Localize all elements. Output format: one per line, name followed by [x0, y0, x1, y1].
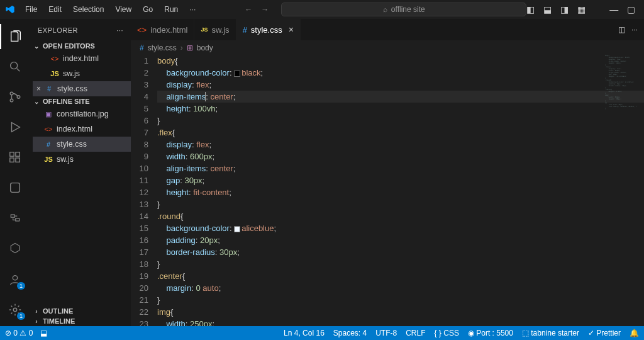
activity-source-control-icon[interactable] [0, 84, 30, 110]
js-file-icon: JS [44, 155, 53, 164]
tab-label: style.css [251, 25, 282, 35]
breadcrumb-symbol: body [197, 43, 213, 52]
settings-badge: 1 [17, 312, 25, 320]
menu-item-edit[interactable]: Edit [43, 3, 67, 16]
code-editor[interactable]: 1234567891011121314151617181920212223242… [131, 55, 644, 326]
chevron-right-icon: › [33, 308, 40, 315]
html-file-icon: <> [50, 54, 59, 63]
svg-rect-7 [16, 152, 19, 156]
html-file-icon: <> [44, 125, 53, 133]
editor-tab[interactable]: #style.css× [236, 19, 301, 40]
breadcrumb[interactable]: # style.css › ⊞ body [131, 41, 644, 55]
activity-db-icon[interactable] [0, 235, 30, 261]
workspace-label: OFFLINE SITE [43, 98, 90, 105]
status-item[interactable]: Spaces: 4 [333, 329, 367, 337]
svg-point-11 [13, 276, 17, 280]
status-item[interactable]: ⬚ tabnine starter [522, 329, 579, 337]
css-file-icon: # [45, 84, 53, 93]
menu-item-selection[interactable]: Selection [68, 3, 109, 16]
close-icon[interactable]: × [36, 82, 41, 95]
activity-remote-icon[interactable] [0, 205, 30, 230]
status-item[interactable]: 🔔 [630, 329, 639, 337]
chevron-down-icon: ⌄ [33, 98, 40, 105]
command-center-search[interactable]: ⌕ offline site [281, 3, 526, 16]
window-maximize-icon[interactable]: ▢ [627, 4, 635, 14]
workspace-section[interactable]: ⌄ OFFLINE SITE [30, 96, 131, 106]
line-number-gutter: 1234567891011121314151617181920212223242… [131, 55, 157, 326]
file-tree-item[interactable]: ▣constilation.jpg [33, 106, 131, 122]
breadcrumb-separator-icon: › [180, 43, 183, 52]
layout-left-icon[interactable]: ◧ [526, 4, 535, 14]
chevron-down-icon: ⌄ [33, 43, 40, 50]
file-tree-item[interactable]: <>index.html [33, 122, 131, 137]
window-minimize-icon[interactable]: ― [609, 4, 618, 14]
open-editor-item[interactable]: <>index.html [33, 51, 131, 66]
code-content[interactable]: body{ background-color: black; display: … [157, 55, 644, 326]
open-editor-item[interactable]: JSsw.js [33, 66, 131, 81]
split-editor-icon[interactable]: ◫ [618, 25, 625, 34]
file-tree-item[interactable]: JSsw.js [33, 152, 131, 167]
open-editors-section[interactable]: ⌄ OPEN EDITORS [30, 41, 131, 51]
nav-back-icon[interactable]: ← [245, 5, 252, 14]
symbol-icon: ⊞ [187, 43, 193, 52]
status-item[interactable]: ⊘ 0 ⚠ 0 [5, 329, 33, 337]
search-icon: ⌕ [383, 5, 387, 14]
js-file-icon: JS [201, 26, 208, 33]
editor-tab[interactable]: JSsw.js [194, 19, 236, 40]
activity-extensions-icon[interactable] [0, 145, 30, 170]
timeline-section[interactable]: › TIMELINE [30, 316, 131, 326]
activity-bar: 1 1 [0, 19, 30, 326]
svg-point-3 [17, 96, 20, 99]
open-editor-item[interactable]: ×#style.css [33, 81, 131, 96]
activity-settings-icon[interactable]: 1 [0, 297, 30, 322]
editor-area: <>index.htmlJSsw.js#style.css× ◫ ··· # s… [131, 19, 644, 326]
svg-point-0 [11, 62, 18, 69]
layout-bottom-icon[interactable]: ⬓ [543, 4, 552, 14]
activity-search-icon[interactable] [0, 54, 30, 79]
activity-tabnine-icon[interactable] [0, 175, 30, 200]
status-item[interactable]: UTF-8 [375, 329, 397, 337]
status-item[interactable]: { } CSS [435, 329, 459, 337]
layout-customize-icon[interactable]: ▦ [577, 4, 586, 14]
status-item[interactable]: Ln 4, Col 16 [284, 329, 325, 337]
image-file-icon: ▣ [44, 110, 53, 118]
outline-section[interactable]: › OUTLINE [30, 306, 131, 316]
activity-accounts-icon[interactable]: 1 [0, 267, 30, 292]
close-icon[interactable]: × [289, 25, 294, 35]
editor-actions: ◫ ··· [618, 19, 644, 40]
menu-item-go[interactable]: Go [138, 3, 158, 16]
layout-right-icon[interactable]: ◨ [560, 4, 569, 14]
explorer-more-icon[interactable]: ··· [116, 26, 123, 34]
menu-item-···[interactable]: ··· [184, 3, 201, 16]
title-bar: FileEditSelectionViewGoRun··· ← → ⌕ offl… [0, 0, 644, 19]
outline-label: OUTLINE [43, 307, 73, 315]
file-tree-item[interactable]: #style.css [33, 137, 131, 152]
minimap[interactable]: body{ background-color: black; display: … [605, 55, 636, 326]
menu-item-file[interactable]: File [20, 3, 42, 16]
titlebar-right: ◧ ⬓ ◨ ▦ ― ▢ ✕ [526, 4, 644, 14]
menu-item-view[interactable]: View [110, 3, 136, 16]
status-item[interactable]: ◉ Port : 5500 [468, 329, 513, 337]
css-file-icon: # [140, 43, 144, 52]
tab-label: index.html [150, 25, 187, 35]
menu-item-run[interactable]: Run [159, 3, 183, 16]
status-item[interactable]: ✓ Prettier [588, 329, 621, 337]
html-file-icon: <> [137, 25, 147, 35]
activity-run-debug-icon[interactable] [0, 115, 30, 140]
chevron-right-icon: › [33, 318, 40, 325]
explorer-title: EXPLORER [38, 26, 78, 34]
editor-more-icon[interactable]: ··· [631, 25, 638, 34]
svg-point-12 [13, 308, 17, 312]
svg-rect-10 [16, 218, 19, 221]
nav-forward-icon[interactable]: → [261, 5, 269, 14]
activity-explorer-icon[interactable] [0, 24, 30, 49]
svg-point-2 [10, 99, 13, 102]
file-label: constilation.jpg [57, 108, 109, 120]
file-label: style.css [57, 138, 87, 150]
status-item[interactable]: CRLF [406, 329, 425, 337]
file-label: index.html [57, 123, 92, 135]
svg-rect-5 [10, 158, 14, 162]
status-item[interactable]: ⬓ [40, 329, 47, 337]
editor-tab[interactable]: <>index.html [131, 19, 194, 40]
timeline-label: TIMELINE [43, 317, 75, 325]
